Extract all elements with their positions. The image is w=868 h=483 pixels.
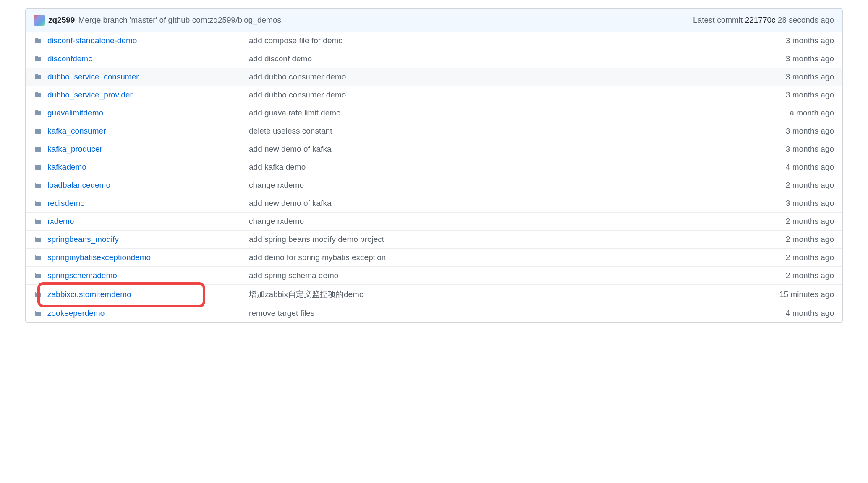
table-row: springschemademoadd spring schema demo2 …	[26, 267, 842, 285]
table-row: kafka_produceradd new demo of kafka3 mon…	[26, 140, 842, 158]
commit-age-cell: 3 months ago	[750, 72, 834, 81]
commit-message-link[interactable]: add demo for spring mybatis exception	[249, 253, 386, 262]
file-name-cell: kafka_producer	[47, 144, 249, 154]
table-row: zabbixcustomitemdemo增加zabbix自定义监控项的demo1…	[26, 285, 842, 304]
commit-message-link[interactable]: add spring beans modify demo project	[249, 235, 384, 244]
folder-icon	[34, 128, 42, 134]
folder-link[interactable]: springmybatisexceptiondemo	[47, 253, 151, 262]
commit-message-cell: change rxdemo	[249, 217, 750, 226]
commit-age-cell: 3 months ago	[750, 90, 834, 100]
folder-icon	[34, 236, 42, 243]
file-name-cell: springmybatisexceptiondemo	[47, 253, 249, 262]
folder-link[interactable]: kafka_consumer	[47, 126, 106, 135]
file-name-cell: redisdemo	[47, 199, 249, 208]
commit-message-cell: add dubbo consumer demo	[249, 90, 750, 100]
commit-message-link[interactable]: add disconf demo	[249, 54, 312, 63]
folder-icon	[34, 272, 42, 279]
commit-message-link[interactable]: 增加zabbix自定义监控项的demo	[249, 290, 363, 299]
folder-link[interactable]: dubbo_service_consumer	[47, 72, 139, 81]
commit-message-cell: add new demo of kafka	[249, 199, 750, 208]
commit-age-cell: 3 months ago	[750, 199, 834, 208]
commit-message-link[interactable]: remove target files	[249, 309, 314, 318]
commit-message-cell: 增加zabbix自定义监控项的demo	[249, 289, 750, 300]
commit-age-cell: 3 months ago	[750, 36, 834, 45]
table-row: springbeans_modifyadd spring beans modif…	[26, 231, 842, 249]
folder-link[interactable]: rxdemo	[47, 217, 74, 226]
folder-icon	[34, 110, 42, 116]
commit-message-cell: add demo for spring mybatis exception	[249, 253, 750, 262]
folder-link[interactable]: loadbalancedemo	[47, 181, 110, 189]
folder-icon	[34, 254, 42, 261]
table-row: loadbalancedemochange rxdemo2 months ago	[26, 176, 842, 194]
table-row: disconfdemoadd disconf demo3 months ago	[26, 50, 842, 68]
commit-message-cell: add compose file for demo	[249, 36, 750, 45]
commit-age-cell: 2 months ago	[750, 217, 834, 226]
latest-commit-label: Latest commit	[693, 16, 743, 24]
latest-commit-header: zq2599 Merge branch 'master' of github.c…	[26, 9, 842, 32]
folder-link[interactable]: zabbixcustomitemdemo	[47, 290, 131, 299]
folder-link[interactable]: springbeans_modify	[47, 235, 119, 244]
commit-age-cell: 2 months ago	[750, 181, 834, 190]
commit-message-link[interactable]: add new demo of kafka	[249, 144, 331, 153]
commit-age-cell: 2 months ago	[750, 271, 834, 280]
commit-message-cell: add kafka demo	[249, 163, 750, 172]
commit-message-link[interactable]: add guava rate limit demo	[249, 108, 341, 117]
commit-message-link[interactable]: add dubbo consumer demo	[249, 90, 346, 99]
file-name-cell: springschemademo	[47, 271, 249, 280]
commit-message-link[interactable]: delete useless constant	[249, 126, 332, 135]
commit-message-link[interactable]: add new demo of kafka	[249, 199, 331, 207]
folder-icon	[34, 291, 42, 298]
folder-link[interactable]: dubbo_service_provider	[47, 90, 133, 99]
commit-age-cell: 3 months ago	[750, 126, 834, 136]
commit-message-cell: delete useless constant	[249, 126, 750, 136]
folder-link[interactable]: kafkademo	[47, 163, 86, 171]
table-row: rxdemochange rxdemo2 months ago	[26, 213, 842, 231]
commit-message-cell: add disconf demo	[249, 54, 750, 63]
file-name-cell: dubbo_service_provider	[47, 90, 249, 100]
folder-link[interactable]: guavalimitdemo	[47, 108, 103, 117]
commit-message-link[interactable]: Merge branch 'master' of github.com:zq25…	[78, 16, 281, 25]
commit-message-cell: add dubbo consumer demo	[249, 72, 750, 81]
table-row: dubbo_service_provideradd dubbo consumer…	[26, 86, 842, 104]
author-link[interactable]: zq2599	[48, 16, 75, 25]
commit-message-link[interactable]: change rxdemo	[249, 181, 304, 189]
table-row: zookeeperdemoremove target files4 months…	[26, 304, 842, 322]
commit-age-cell: 3 months ago	[750, 144, 834, 154]
commit-message-link[interactable]: change rxdemo	[249, 217, 304, 226]
folder-link[interactable]: kafka_producer	[47, 144, 102, 153]
commit-message-link[interactable]: add compose file for demo	[249, 36, 343, 45]
commit-message-cell: add guava rate limit demo	[249, 108, 750, 118]
commit-message-cell: change rxdemo	[249, 181, 750, 190]
folder-icon	[34, 182, 42, 189]
table-row: kafkademoadd kafka demo4 months ago	[26, 158, 842, 176]
folder-link[interactable]: disconf-standalone-demo	[47, 36, 137, 45]
commit-age-cell: a month ago	[750, 108, 834, 118]
folder-link[interactable]: zookeeperdemo	[47, 309, 105, 318]
commit-message-cell: add spring schema demo	[249, 271, 750, 280]
folder-icon	[34, 218, 42, 225]
commit-message-link[interactable]: add spring schema demo	[249, 271, 338, 280]
folder-icon	[34, 74, 42, 80]
folder-icon	[34, 310, 42, 317]
folder-link[interactable]: redisdemo	[47, 199, 85, 207]
commit-message-link[interactable]: add kafka demo	[249, 163, 306, 171]
table-row: disconf-standalone-demoadd compose file …	[26, 32, 842, 50]
file-name-cell: kafkademo	[47, 163, 249, 172]
avatar[interactable]	[34, 15, 45, 26]
commit-age-cell: 2 months ago	[750, 235, 834, 244]
file-name-cell: loadbalancedemo	[47, 181, 249, 190]
commit-message-link[interactable]: add dubbo consumer demo	[249, 72, 346, 81]
commit-message-cell: remove target files	[249, 309, 750, 318]
table-row: redisdemoadd new demo of kafka3 months a…	[26, 194, 842, 213]
folder-link[interactable]: springschemademo	[47, 271, 117, 280]
commit-author-section: zq2599 Merge branch 'master' of github.c…	[34, 15, 281, 26]
file-name-cell: disconfdemo	[47, 54, 249, 63]
commit-sha-link[interactable]: 221770c	[745, 16, 776, 24]
table-row: guavalimitdemoadd guava rate limit demoa…	[26, 104, 842, 122]
commit-message-cell: add new demo of kafka	[249, 144, 750, 154]
file-name-cell: zookeeperdemo	[47, 309, 249, 318]
file-name-cell: zabbixcustomitemdemo	[47, 290, 249, 299]
commit-age-cell: 15 minutes ago	[750, 290, 834, 299]
folder-link[interactable]: disconfdemo	[47, 54, 93, 63]
folder-icon	[34, 200, 42, 207]
